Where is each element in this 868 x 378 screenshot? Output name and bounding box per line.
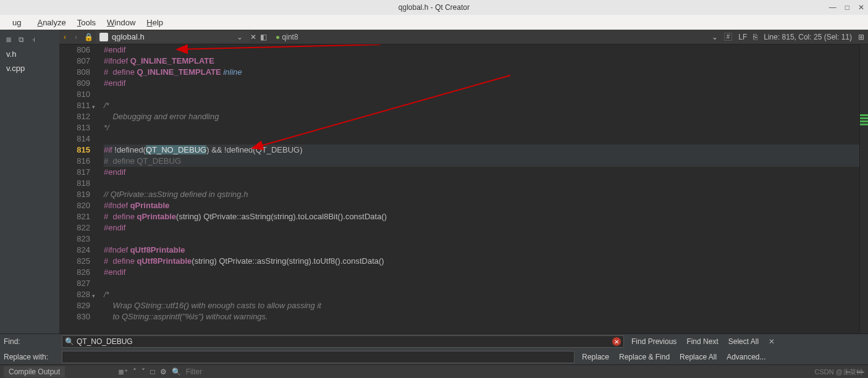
- close-file-button[interactable]: ✕: [250, 33, 256, 41]
- scrollbar-minimap[interactable]: [859, 44, 868, 334]
- symbol-selector[interactable]: ● qint8: [271, 33, 303, 41]
- split-editor-icon[interactable]: ◧: [260, 33, 267, 41]
- cursor-position: Line: 815, Col: 25 (Sel: 11): [764, 33, 852, 41]
- clear-search-button[interactable]: ✕: [612, 337, 621, 346]
- collapse-up-icon[interactable]: ˄: [133, 368, 137, 376]
- minus-icon[interactable]: —: [857, 368, 864, 376]
- window-controls: — □ ✕: [829, 0, 864, 15]
- toggle-sidebar-icon[interactable]: ⊞: [858, 33, 864, 41]
- menu-tools[interactable]: Tools: [72, 17, 101, 28]
- minimize-button[interactable]: —: [829, 3, 836, 12]
- encoding-indicator[interactable]: #: [724, 33, 733, 41]
- replace-button[interactable]: Replace: [579, 353, 612, 361]
- filter-input[interactable]: [186, 368, 272, 376]
- symbol-dropdown-icon[interactable]: ⌄: [712, 33, 718, 41]
- file-selector[interactable]: qglobal.h ⌄: [96, 31, 250, 43]
- file-mode-icon[interactable]: ⎘: [753, 33, 757, 41]
- replace-find-button[interactable]: Replace & Find: [617, 353, 672, 361]
- zoom-icon[interactable]: □: [150, 368, 154, 376]
- nav-back-button[interactable]: ‹: [59, 33, 70, 41]
- advanced-button[interactable]: Advanced...: [724, 353, 768, 361]
- file-name: qglobal.h: [112, 32, 145, 41]
- line-number-gutter: 806807808809810811▾812813814815816817818…: [59, 44, 96, 334]
- title-bar: qglobal.h - Qt Creator — □ ✕: [0, 0, 868, 15]
- editor-status: ⌄ # LF ⎘ Line: 815, Col: 25 (Sel: 11) ⊞: [712, 33, 868, 41]
- chevron-down-icon[interactable]: ⌄: [237, 33, 243, 41]
- expand-output-icon[interactable]: ↔: [845, 368, 852, 376]
- open-document-item[interactable]: v.cpp: [0, 61, 59, 75]
- link-icon[interactable]: ⧉: [16, 35, 26, 44]
- replace-label: Replace with:: [4, 353, 57, 361]
- nav-forward-button[interactable]: ›: [70, 33, 82, 41]
- maximize-button[interactable]: □: [845, 3, 849, 12]
- lock-icon[interactable]: 🔒: [84, 33, 93, 41]
- find-label: Find:: [4, 337, 57, 346]
- menu-help[interactable]: Help: [141, 17, 168, 28]
- replace-input[interactable]: [65, 353, 571, 361]
- workspace: ≣ ⧉ ⫞ v.h v.cpp ‹ › 🔒 qglobal.h ⌄ ✕ ◧ ● …: [0, 30, 868, 334]
- replace-bar: Replace with: Replace Replace & Find Rep…: [0, 349, 868, 364]
- find-bar: Find: 🔍 ✕ Find Previous Find Next Select…: [0, 334, 868, 349]
- editor-toolbar: ‹ › 🔒 qglobal.h ⌄ ✕ ◧ ● qint8 ⌄ # LF ⎘ L…: [59, 30, 868, 44]
- sidebar-toolbar: ≣ ⧉ ⫞: [0, 32, 59, 47]
- menu-debug[interactable]: ug: [2, 17, 31, 28]
- find-input[interactable]: [77, 337, 621, 346]
- window-title: qglobal.h - Qt Creator: [398, 3, 470, 12]
- editor-panel: ‹ › 🔒 qglobal.h ⌄ ✕ ◧ ● qint8 ⌄ # LF ⎘ L…: [59, 30, 868, 334]
- find-previous-button[interactable]: Find Previous: [629, 337, 679, 346]
- open-document-item[interactable]: v.h: [0, 47, 59, 61]
- select-all-button[interactable]: Select All: [726, 337, 761, 346]
- open-documents-sidebar: ≣ ⧉ ⫞ v.h v.cpp: [0, 30, 59, 334]
- menu-window[interactable]: Window: [102, 17, 140, 28]
- menu-bar: ug Analyze Tools Window Help: [0, 15, 868, 30]
- collapse-down-icon[interactable]: ˅: [141, 368, 145, 376]
- tasks-icon[interactable]: ≣⁺: [118, 368, 128, 376]
- close-search-button[interactable]: ✕: [766, 337, 777, 346]
- replace-field[interactable]: [62, 351, 575, 363]
- code-area[interactable]: 806807808809810811▾812813814815816817818…: [59, 44, 868, 334]
- compile-output-tab[interactable]: Compile Output: [4, 366, 65, 377]
- replace-all-button[interactable]: Replace All: [677, 353, 719, 361]
- sidebar-combo-icon[interactable]: ≣: [4, 35, 14, 44]
- close-window-button[interactable]: ✕: [858, 3, 864, 12]
- menu-analyze[interactable]: Analyze: [32, 17, 70, 28]
- code-text[interactable]: #endif#ifndef Q_INLINE_TEMPLATE# define …: [96, 44, 859, 334]
- search-icon: 🔍: [65, 337, 74, 346]
- find-next-button[interactable]: Find Next: [684, 337, 720, 346]
- line-ending-indicator[interactable]: LF: [738, 33, 747, 41]
- find-field[interactable]: 🔍 ✕: [62, 335, 624, 348]
- document-icon: [99, 33, 108, 41]
- filter-search-icon: 🔍: [172, 368, 181, 376]
- split-sidebar-icon[interactable]: ⫞: [28, 35, 38, 44]
- output-panel-toolbar: Compile Output ≣⁺ ˄ ˅ □ ⚙ 🔍 ↔ —: [0, 364, 868, 378]
- settings-icon[interactable]: ⚙: [160, 368, 167, 376]
